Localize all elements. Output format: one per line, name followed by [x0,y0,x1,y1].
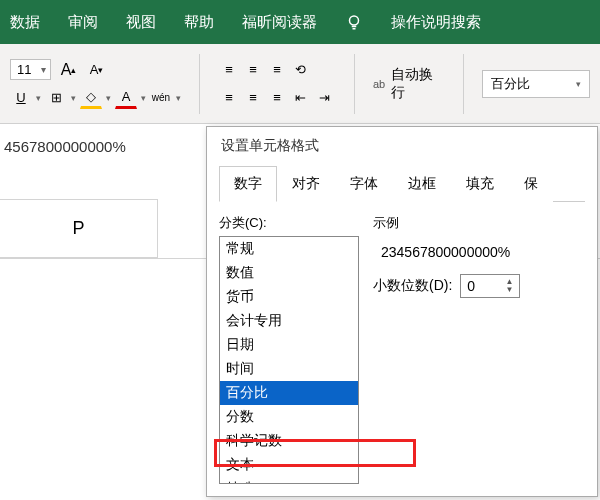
ribbon-tabs: 数据 审阅 视图 帮助 福昕阅读器 操作说明搜索 [0,0,600,44]
tab-border[interactable]: 边框 [393,166,451,202]
category-item[interactable]: 货币 [220,285,358,309]
chevron-down-icon[interactable]: ▾ [71,93,76,103]
divider [199,54,200,114]
chevron-down-icon[interactable]: ▾ [141,93,146,103]
tab-help[interactable]: 帮助 [184,13,214,32]
sample-value: 234567800000000% [373,238,585,274]
phonetic-button[interactable]: wén [150,87,172,109]
tab-review[interactable]: 审阅 [68,13,98,32]
tab-font[interactable]: 字体 [335,166,393,202]
align-right-button[interactable]: ≡ [266,87,288,109]
sample-label: 示例 [373,214,585,232]
chevron-down-icon[interactable]: ▾ [176,93,181,103]
font-size-input[interactable]: 11▾ [10,59,51,80]
align-left-button[interactable]: ≡ [218,87,240,109]
category-item[interactable]: 百分比 [220,381,358,405]
align-middle-button[interactable]: ≡ [242,59,264,81]
chevron-down-icon[interactable]: ▾ [106,93,111,103]
wrap-text-button[interactable]: 自动换行 [391,66,445,102]
increase-font-button[interactable]: A▴ [57,59,79,81]
decimal-places-label: 小数位数(D): [373,277,452,295]
category-list[interactable]: 常规数值货币会计专用日期时间百分比分数科学记数文本特殊自定义 [219,236,359,484]
category-label: 分类(C): [219,214,359,232]
category-item[interactable]: 日期 [220,333,358,357]
category-item[interactable]: 常规 [220,237,358,261]
orientation-button[interactable]: ⟲ [290,59,312,81]
category-item[interactable]: 数值 [220,261,358,285]
indent-decrease-button[interactable]: ⇤ [290,87,312,109]
column-header[interactable]: P [0,199,158,258]
number-format-select[interactable]: 百分比 ▾ [482,70,590,98]
ribbon-toolbar: 11▾ A▴ A▾ U ▾ ⊞ ▾ ◇ ▾ A ▾ wén ▾ ≡ ≡ ≡ ⟲ … [0,44,600,124]
tab-number[interactable]: 数字 [219,166,277,202]
tab-view[interactable]: 视图 [126,13,156,32]
chevron-down-icon: ▾ [576,79,581,89]
bulb-icon [345,13,363,31]
tab-data[interactable]: 数据 [10,13,40,32]
tab-alignment[interactable]: 对齐 [277,166,335,202]
category-item[interactable]: 时间 [220,357,358,381]
tab-protection[interactable]: 保 [509,166,553,202]
category-item[interactable]: 文本 [220,453,358,477]
svg-point-0 [350,16,359,25]
font-color-button[interactable]: A [115,87,137,109]
decimal-places-input[interactable]: 0 ▲ ▼ [460,274,520,298]
chevron-down-icon[interactable]: ▾ [37,64,50,75]
wrap-icon: ab [373,78,385,90]
fill-color-button[interactable]: ◇ [80,87,102,109]
divider [463,54,464,114]
tab-fill[interactable]: 填充 [451,166,509,202]
underline-button[interactable]: U [10,87,32,109]
chevron-down-icon[interactable]: ▾ [36,93,41,103]
align-bottom-button[interactable]: ≡ [266,59,288,81]
category-item[interactable]: 特殊 [220,477,358,484]
border-button[interactable]: ⊞ [45,87,67,109]
category-item[interactable]: 科学记数 [220,429,358,453]
format-cells-dialog: 设置单元格格式 数字 对齐 字体 边框 填充 保 分类(C): 常规数值货币会计… [206,126,598,497]
category-item[interactable]: 会计专用 [220,309,358,333]
divider [354,54,355,114]
align-top-button[interactable]: ≡ [218,59,240,81]
indent-increase-button[interactable]: ⇥ [314,87,336,109]
decrease-font-button[interactable]: A▾ [85,59,107,81]
category-item[interactable]: 分数 [220,405,358,429]
tab-foxit[interactable]: 福昕阅读器 [242,13,317,32]
align-center-button[interactable]: ≡ [242,87,264,109]
tell-me-search[interactable]: 操作说明搜索 [391,13,481,32]
dialog-tabs: 数字 对齐 字体 边框 填充 保 [219,165,585,202]
stepper-down-icon[interactable]: ▼ [505,286,513,294]
dialog-title: 设置单元格格式 [207,127,597,165]
